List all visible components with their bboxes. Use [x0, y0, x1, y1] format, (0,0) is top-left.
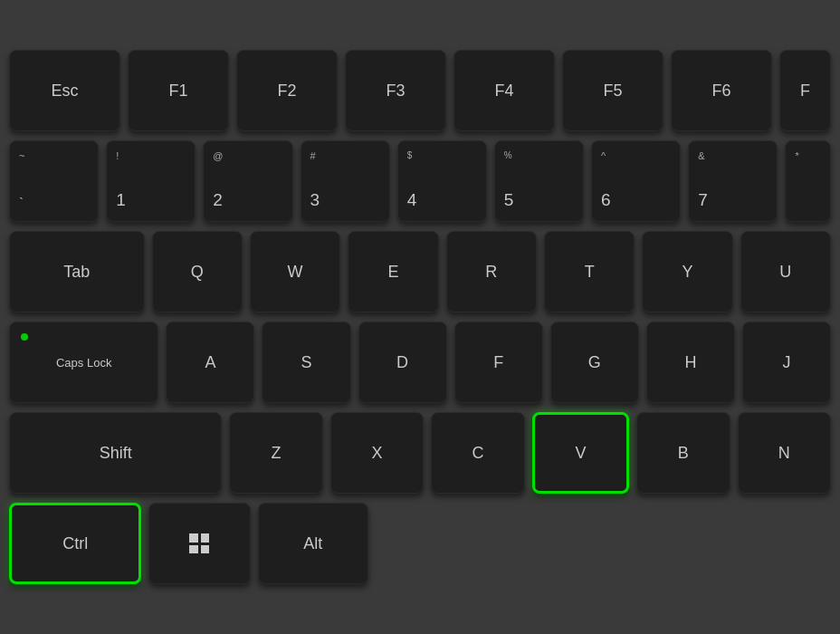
windows-icon [189, 533, 209, 553]
key-j[interactable]: J [742, 322, 831, 403]
key-2[interactable]: @ 2 [203, 140, 292, 222]
key-f5[interactable]: F5 [562, 50, 663, 131]
key-v[interactable]: V [532, 412, 629, 494]
zxcv-row: Shift Z X C V B N [9, 412, 831, 494]
key-win[interactable] [148, 503, 250, 584]
number-row: ~ ` ! 1 @ 2 # 3 $ 4 % 5 ^ 6 & 7 [9, 140, 831, 222]
key-capslock[interactable]: Caps Lock [9, 322, 158, 403]
key-e[interactable]: E [348, 231, 438, 312]
key-u[interactable]: U [740, 231, 831, 312]
key-f1[interactable]: F1 [128, 50, 229, 131]
key-s[interactable]: S [262, 322, 350, 403]
key-f4[interactable]: F4 [453, 50, 555, 131]
key-c[interactable]: C [431, 412, 524, 494]
key-6[interactable]: ^ 6 [591, 140, 681, 222]
asdf-row: Caps Lock A S D F G H J [9, 322, 831, 403]
key-5[interactable]: % 5 [494, 140, 584, 222]
caps-lock-indicator [21, 333, 28, 341]
key-1[interactable]: ! 1 [106, 140, 196, 222]
key-g[interactable]: G [550, 322, 639, 403]
key-esc[interactable]: Esc [9, 50, 120, 131]
key-n[interactable]: N [738, 412, 831, 494]
key-3[interactable]: # 3 [301, 140, 390, 222]
key-a[interactable]: A [166, 322, 254, 403]
key-shift[interactable]: Shift [9, 412, 222, 494]
key-w[interactable]: W [250, 231, 340, 312]
key-b[interactable]: B [636, 412, 730, 494]
key-q[interactable]: Q [152, 231, 243, 312]
key-f7-partial[interactable]: F [779, 50, 831, 131]
key-x[interactable]: X [330, 412, 424, 494]
key-t[interactable]: T [544, 231, 635, 312]
key-y[interactable]: Y [642, 231, 732, 312]
key-backtick[interactable]: ~ ` [9, 140, 99, 222]
key-f6[interactable]: F6 [671, 50, 772, 131]
key-f2[interactable]: F2 [236, 50, 338, 131]
key-f[interactable]: F [454, 322, 543, 403]
function-row: Esc F1 F2 F3 F4 F5 F6 F [9, 50, 831, 131]
key-8-partial[interactable]: * [785, 140, 831, 222]
key-r[interactable]: R [446, 231, 537, 312]
key-h[interactable]: H [646, 322, 735, 403]
key-4[interactable]: $ 4 [397, 140, 487, 222]
key-z[interactable]: Z [229, 412, 322, 494]
key-f3[interactable]: F3 [345, 50, 446, 131]
bottom-row: Ctrl Alt [9, 503, 831, 584]
key-alt[interactable]: Alt [258, 503, 368, 584]
key-ctrl[interactable]: Ctrl [9, 503, 141, 584]
keyboard: Esc F1 F2 F3 F4 F5 F6 F ~ ` ! 1 [0, 0, 840, 634]
key-7[interactable]: & 7 [688, 140, 778, 222]
key-d[interactable]: D [358, 322, 447, 403]
key-tab[interactable]: Tab [9, 231, 145, 312]
qwerty-row: Tab Q W E R T Y U [9, 231, 831, 312]
